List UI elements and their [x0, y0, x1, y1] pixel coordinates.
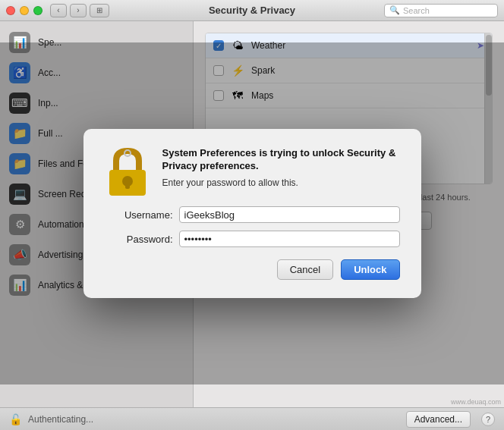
unlock-button[interactable]: Unlock: [341, 259, 399, 280]
auth-dialog: System Preferences is trying to unlock S…: [83, 129, 421, 298]
minimize-button[interactable]: [20, 6, 29, 15]
maximize-button[interactable]: [33, 6, 43, 15]
password-field[interactable]: [179, 231, 400, 247]
search-bar[interactable]: 🔍 Search: [384, 4, 498, 17]
modal-title: System Preferences is trying to unlock S…: [162, 147, 400, 173]
bottom-bar: 🔓 Authenticating... Advanced... ?: [0, 407, 504, 430]
window-title: Security & Privacy: [209, 5, 295, 16]
modal-header: System Preferences is trying to unlock S…: [105, 147, 400, 193]
password-row: Password:: [105, 231, 400, 247]
watermark: www.deuaq.com: [451, 398, 501, 406]
username-field[interactable]: [179, 206, 400, 223]
title-bar: ‹ › ⊞ Security & Privacy 🔍 Search: [0, 0, 504, 21]
password-label: Password:: [105, 234, 173, 245]
username-label: Username:: [105, 209, 173, 221]
modal-overlay: System Preferences is trying to unlock S…: [0, 42, 504, 384]
username-row: Username:: [105, 206, 400, 223]
lock-status-icon: 🔓: [9, 413, 22, 425]
help-button[interactable]: ?: [481, 413, 495, 426]
search-placeholder: Search: [403, 6, 430, 15]
advanced-button[interactable]: Advanced...: [406, 411, 471, 428]
grid-button[interactable]: ⊞: [90, 4, 109, 17]
svg-rect-2: [125, 183, 130, 189]
forward-button[interactable]: ›: [70, 4, 87, 17]
search-icon: 🔍: [389, 5, 400, 15]
cancel-button[interactable]: Cancel: [277, 259, 333, 280]
traffic-lights: [6, 6, 43, 15]
close-button[interactable]: [6, 6, 15, 15]
main-area: 📊 Spe... ♿ Acc... ⌨ Inp... 📁 Full ... 📁 …: [0, 21, 504, 407]
back-button[interactable]: ‹: [50, 4, 67, 17]
lock-icon: [105, 147, 150, 193]
auth-status-text: Authenticating...: [28, 414, 93, 425]
modal-buttons: Cancel Unlock: [105, 259, 400, 280]
modal-text-area: System Preferences is trying to unlock S…: [162, 147, 400, 188]
nav-buttons: ‹ ›: [50, 4, 87, 17]
modal-subtitle: Enter your password to allow this.: [162, 177, 400, 188]
